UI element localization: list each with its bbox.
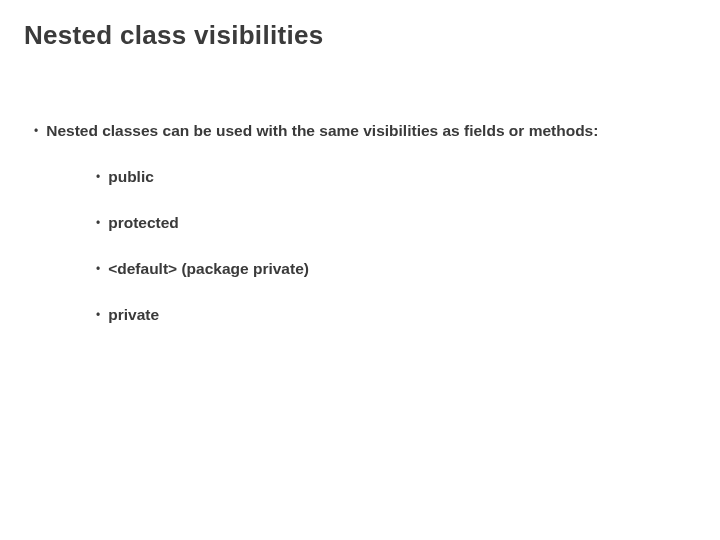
slide: Nested class visibilities • Nested class… — [0, 0, 720, 540]
bullet-sub-text: protected — [108, 213, 179, 233]
slide-title: Nested class visibilities — [24, 20, 696, 51]
bullet-sub-text: <default> (package private) — [108, 259, 309, 279]
bullet-sub-text: private — [108, 305, 159, 325]
bullet-sub-1: • protected — [24, 213, 696, 233]
bullet-sub-2: • <default> (package private) — [24, 259, 696, 279]
bullet-sub-3: • private — [24, 305, 696, 325]
bullet-dot-icon: • — [96, 259, 100, 279]
bullet-sub-0: • public — [24, 167, 696, 187]
bullet-dot-icon: • — [96, 167, 100, 187]
bullet-dot-icon: • — [96, 213, 100, 233]
bullet-dot-icon: • — [96, 305, 100, 325]
bullet-main-text: Nested classes can be used with the same… — [46, 121, 598, 141]
bullet-main: • Nested classes can be used with the sa… — [24, 121, 696, 141]
bullet-dot-icon: • — [34, 121, 38, 141]
bullet-sub-text: public — [108, 167, 154, 187]
